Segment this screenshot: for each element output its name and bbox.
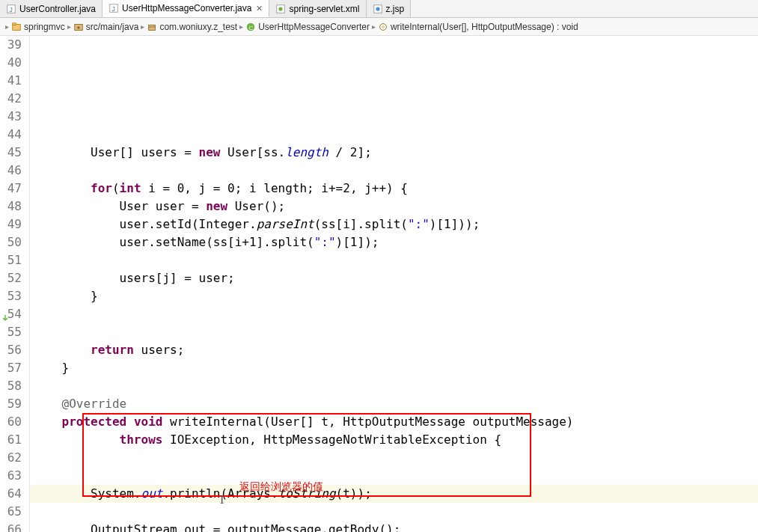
- code-line[interactable]: user.setName(ss[i+1].split(":")[1]);: [33, 233, 758, 251]
- svg-point-17: [382, 25, 385, 28]
- chevron-right-icon: ▸: [239, 22, 244, 31]
- code-editor[interactable]: 3940414243444546474849505152535455565758…: [0, 36, 758, 532]
- line-number: 49: [3, 215, 22, 233]
- line-number: 41: [3, 72, 22, 90]
- project-icon: [11, 22, 22, 32]
- code-line[interactable]: OutputStream out = outputMessage.getBody…: [33, 521, 758, 532]
- code-line[interactable]: [33, 162, 758, 180]
- line-number: 62: [3, 449, 22, 467]
- code-area[interactable]: 返回给浏览器的值 I User[] users = new User[ss.le…: [30, 36, 758, 532]
- code-line[interactable]: [33, 126, 758, 144]
- code-line[interactable]: [33, 467, 758, 485]
- close-icon[interactable]: ✕: [256, 4, 263, 13]
- line-number: 58: [3, 377, 22, 395]
- annotation-text: 返回给浏览器的值: [239, 477, 323, 495]
- tab-usercontroller[interactable]: J UserController.java: [0, 0, 103, 17]
- breadcrumb-label: UserHttpMessageConverter: [258, 22, 370, 32]
- chevron-right-icon: ▸: [4, 22, 10, 31]
- override-marker-icon: [1, 310, 9, 317]
- code-line[interactable]: [33, 449, 758, 467]
- line-number: 39: [3, 36, 22, 54]
- code-line[interactable]: }: [33, 359, 758, 377]
- tab-label: spring-servlet.xml: [289, 4, 359, 14]
- line-number: 54: [3, 305, 22, 323]
- breadcrumb: ▸ springmvc ▸ src/main/java ▸ com.woniux…: [0, 18, 758, 36]
- breadcrumb-method[interactable]: writeInternal(User[], HttpOutputMessage)…: [378, 22, 578, 32]
- xml-file-icon: [275, 4, 286, 14]
- method-icon: [378, 22, 388, 32]
- package-icon: [147, 22, 157, 32]
- tab-zjsp[interactable]: z.jsp: [367, 0, 412, 17]
- line-number: 47: [3, 180, 22, 198]
- code-line[interactable]: [33, 251, 758, 269]
- line-number: 43: [3, 108, 22, 126]
- text-cursor-icon: I: [220, 491, 224, 509]
- class-icon: C: [245, 22, 256, 32]
- package-root-icon: [73, 22, 84, 32]
- svg-point-11: [77, 26, 80, 29]
- code-line[interactable]: [33, 323, 758, 341]
- svg-text:J: J: [111, 5, 114, 13]
- svg-rect-12: [149, 25, 156, 30]
- svg-point-5: [279, 7, 283, 10]
- code-line[interactable]: }: [33, 287, 758, 305]
- code-line[interactable]: [33, 305, 758, 323]
- code-line[interactable]: user.setId(Integer.parseInt(ss[i].split(…: [33, 215, 758, 233]
- line-number: 65: [3, 503, 22, 521]
- breadcrumb-label: writeInternal(User[], HttpOutputMessage)…: [391, 22, 578, 32]
- code-line[interactable]: throws IOException, HttpMessageNotWritab…: [33, 431, 758, 449]
- breadcrumb-srcroot[interactable]: src/main/java: [73, 22, 139, 32]
- breadcrumb-label: springmvc: [24, 22, 65, 32]
- line-number: 60: [3, 413, 22, 431]
- code-line[interactable]: @Override: [33, 395, 758, 413]
- line-number: 48: [3, 198, 22, 215]
- code-line[interactable]: return users;: [33, 341, 758, 359]
- svg-rect-9: [13, 22, 16, 25]
- tab-label: z.jsp: [386, 4, 405, 14]
- breadcrumb-class[interactable]: C UserHttpMessageConverter: [245, 22, 370, 32]
- breadcrumb-project[interactable]: springmvc: [11, 22, 65, 32]
- line-number: 42: [3, 90, 22, 108]
- line-number: 44: [3, 126, 22, 144]
- chevron-right-icon: ▸: [67, 22, 72, 31]
- code-line[interactable]: for(int i = 0, j = 0; i length; i+=2, j+…: [33, 180, 758, 198]
- code-line[interactable]: System.out.println(Arrays.toString(t));: [33, 485, 758, 503]
- svg-text:J: J: [9, 5, 12, 13]
- code-line[interactable]: [33, 503, 758, 521]
- line-number: 46: [3, 162, 22, 180]
- breadcrumb-label: com.woniuxy.z_test: [159, 22, 237, 32]
- tab-bar: J UserController.java J UserHttpMessageC…: [0, 0, 758, 18]
- tab-label: UserController.java: [19, 4, 96, 14]
- code-line[interactable]: protected void writeInternal(User[] t, H…: [33, 413, 758, 431]
- tab-label: UserHttpMessageConverter.java: [122, 3, 251, 13]
- tab-spring-servlet[interactable]: spring-servlet.xml: [269, 0, 366, 17]
- line-number: 57: [3, 359, 22, 377]
- code-line[interactable]: User user = new User();: [33, 198, 758, 215]
- code-line[interactable]: users[j] = user;: [33, 269, 758, 287]
- line-number: 53: [3, 287, 22, 305]
- svg-point-7: [376, 7, 379, 10]
- line-number: 40: [3, 54, 22, 72]
- code-line[interactable]: User[] users = new User[ss.length / 2];: [33, 144, 758, 162]
- line-number: 45: [3, 144, 22, 162]
- tab-userhttpmessageconverter[interactable]: J UserHttpMessageConverter.java ✕: [103, 0, 269, 17]
- code-line[interactable]: [33, 377, 758, 395]
- chevron-right-icon: ▸: [140, 22, 145, 31]
- java-file-icon: J: [108, 3, 119, 13]
- line-number: 55: [3, 323, 22, 341]
- line-number: 64: [3, 485, 22, 503]
- line-number: 50: [3, 233, 22, 251]
- line-number: 59: [3, 395, 22, 413]
- line-number: 66: [3, 521, 22, 532]
- line-number: 61: [3, 431, 22, 449]
- svg-text:C: C: [249, 24, 254, 31]
- line-number: 56: [3, 341, 22, 359]
- breadcrumb-package[interactable]: com.woniuxy.z_test: [147, 22, 237, 32]
- line-number: 63: [3, 467, 22, 485]
- breadcrumb-label: src/main/java: [86, 22, 139, 32]
- line-number: 52: [3, 269, 22, 287]
- jsp-file-icon: [373, 4, 383, 14]
- line-number: 51: [3, 251, 22, 269]
- java-file-icon: J: [6, 4, 16, 14]
- line-number-gutter: 3940414243444546474849505152535455565758…: [0, 36, 30, 532]
